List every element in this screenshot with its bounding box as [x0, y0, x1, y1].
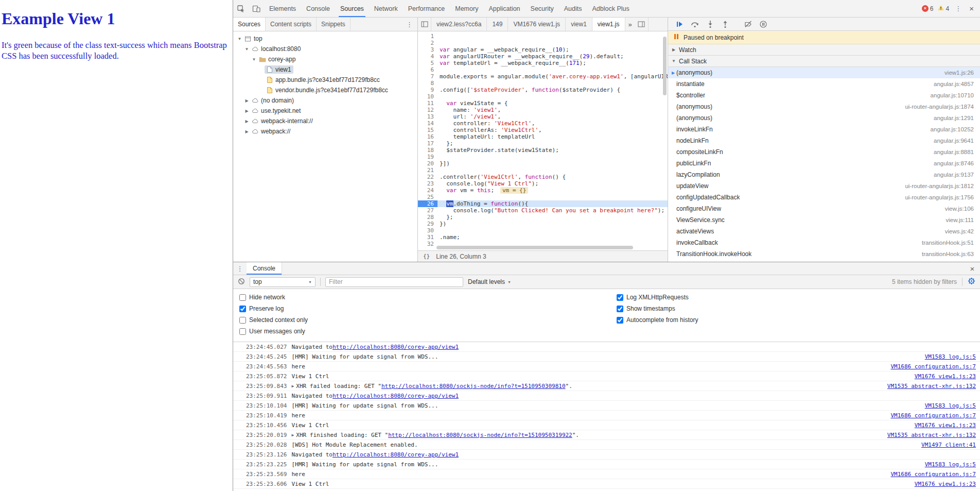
- line-number[interactable]: 26: [418, 200, 437, 207]
- frame-location[interactable]: angular.js:10252: [925, 126, 974, 132]
- line-number[interactable]: 9: [418, 87, 437, 93]
- checkbox-log-xmlhttprequests[interactable]: [617, 294, 623, 301]
- console-setting-preserve-log[interactable]: Preserve log: [239, 305, 617, 312]
- frame-location[interactable]: angular.js:9641: [929, 138, 974, 144]
- frame-location[interactable]: transitionHook.js:63: [917, 251, 974, 257]
- call-stack-frame[interactable]: publicLinkFnangular.js:8746: [668, 158, 980, 169]
- expand-arrow-icon[interactable]: ▶: [291, 433, 294, 437]
- call-stack-frame[interactable]: ▶(anonymous)view1.js:26: [668, 67, 980, 78]
- drawer-close-icon[interactable]: ×: [965, 262, 980, 275]
- checkbox-hide-network[interactable]: [239, 294, 246, 301]
- line-number[interactable]: 3: [418, 46, 437, 53]
- frame-location[interactable]: angular.js:8746: [929, 160, 974, 166]
- devtools-tab-adblock-plus[interactable]: Adblock Plus: [587, 0, 634, 17]
- chevron-right-icon[interactable]: ▶: [243, 119, 250, 124]
- code-editor[interactable]: 123var angular = __webpack_require__(10)…: [418, 31, 668, 250]
- resume-button[interactable]: [675, 20, 684, 28]
- devtools-tab-security[interactable]: Security: [526, 0, 559, 17]
- chevron-down-icon[interactable]: ▼: [236, 37, 243, 41]
- line-number[interactable]: 12: [418, 107, 437, 113]
- step-out-icon[interactable]: [721, 20, 729, 28]
- chevron-right-icon[interactable]: ▶: [243, 98, 250, 103]
- console-setting-log-xmlhttprequests[interactable]: Log XMLHttpRequests: [617, 294, 698, 301]
- tree-item-webpack-internal[interactable]: ▶webpack-internal://: [233, 116, 417, 126]
- call-stack-frame[interactable]: ViewService.syncview.js:111: [668, 214, 980, 226]
- devtools-tab-application[interactable]: Application: [483, 0, 525, 17]
- device-toolbar-icon[interactable]: [249, 0, 264, 17]
- tab-console[interactable]: Console: [247, 262, 282, 275]
- call-stack-frame[interactable]: activateViewsviews.js:42: [668, 226, 980, 237]
- frame-location[interactable]: transitionHook.js:51: [917, 240, 974, 246]
- devtools-close-icon[interactable]: ×: [967, 4, 976, 13]
- frame-location[interactable]: view.js:106: [940, 206, 974, 212]
- line-number[interactable]: 2: [418, 40, 437, 46]
- navigator-more-icon[interactable]: ⋮: [401, 18, 417, 31]
- chevron-down-icon[interactable]: ▼: [251, 57, 257, 62]
- call-stack-frame[interactable]: instantiateangular.js:4857: [668, 78, 980, 90]
- call-stack-frame[interactable]: updateViewui-router-angularjs.js:1812: [668, 180, 980, 192]
- line-number[interactable]: 10: [418, 93, 437, 100]
- line-number[interactable]: 29: [418, 221, 437, 227]
- tree-item-vendor-bundle-js-ce341ebf77d1729fb8cc[interactable]: vendor.bundle.js?ce341ebf77d1729fb8cc: [233, 85, 417, 95]
- editor-vertical-scrollbar[interactable]: [663, 37, 667, 95]
- watch-section-header[interactable]: ▶ Watch: [668, 44, 980, 56]
- console-message-link[interactable]: http://localhost:8080/sockjs-node/info?t…: [381, 383, 566, 390]
- console-source-link[interactable]: VM1535 abstract-xhr.js:132: [881, 432, 976, 438]
- editor-tab-149[interactable]: 149: [487, 18, 508, 31]
- tree-item-use-typekit-net[interactable]: ▶use.typekit.net: [233, 106, 417, 116]
- frame-location[interactable]: angular.js:10710: [925, 92, 974, 98]
- devtools-tab-audits[interactable]: Audits: [559, 0, 587, 17]
- line-number[interactable]: 30: [418, 227, 437, 234]
- devtools-menu-icon[interactable]: ⋮: [953, 5, 964, 12]
- tree-item-corey-app[interactable]: ▼corey-app: [233, 54, 417, 64]
- line-number[interactable]: 21: [418, 167, 437, 174]
- call-stack-frame[interactable]: (anonymous)ui-router-angularjs.js:1874: [668, 101, 980, 112]
- line-number[interactable]: 17: [418, 140, 437, 147]
- devtools-tab-memory[interactable]: Memory: [450, 0, 483, 17]
- line-number[interactable]: 24: [418, 187, 437, 194]
- frame-location[interactable]: angular.js:4857: [929, 81, 974, 87]
- context-selector[interactable]: top ▼: [250, 277, 316, 287]
- checkbox-show-timestamps[interactable]: [617, 306, 623, 312]
- line-number[interactable]: 22: [418, 174, 437, 180]
- devtools-tab-network[interactable]: Network: [369, 0, 403, 17]
- frame-location[interactable]: ui-router-angularjs.js:1874: [900, 104, 974, 110]
- line-number[interactable]: 28: [418, 214, 437, 221]
- call-stack-frame[interactable]: TransitionHook.invokeHooktransitionHook.…: [668, 248, 980, 260]
- pause-on-exceptions-icon[interactable]: [759, 20, 767, 28]
- drawer-menu-icon[interactable]: ⋮: [233, 262, 247, 275]
- frame-location[interactable]: views.js:42: [940, 228, 974, 234]
- console-source-link[interactable]: VM1676 view1.js:23: [908, 481, 976, 487]
- step-into-icon[interactable]: [706, 20, 714, 28]
- call-stack-frame[interactable]: invokeCallbacktransitionHook.js:51: [668, 237, 980, 248]
- deactivate-breakpoints-icon[interactable]: [744, 20, 752, 28]
- navigator-tab-content-scripts[interactable]: Content scripts: [266, 18, 317, 31]
- log-levels-dropdown[interactable]: Default levels ▼: [468, 278, 511, 285]
- frame-location[interactable]: ui-router-angularjs.js:1812: [900, 183, 974, 189]
- step-over-icon[interactable]: [690, 20, 699, 28]
- console-message-link[interactable]: http://localhost:8080/sockjs-node/info?t…: [388, 432, 572, 438]
- devtools-tab-sources[interactable]: Sources: [335, 0, 369, 17]
- call-stack-frame[interactable]: configureUIViewview.js:106: [668, 203, 980, 214]
- pretty-print-icon[interactable]: {}: [423, 253, 430, 260]
- call-stack-frame[interactable]: nodeLinkFnangular.js:9641: [668, 135, 980, 146]
- console-source-link[interactable]: VM1686 configuration.js:7: [884, 412, 976, 419]
- devtools-tab-elements[interactable]: Elements: [264, 0, 301, 17]
- checkbox-preserve-log[interactable]: [239, 306, 246, 312]
- console-source-link[interactable]: VM1583 log.js:5: [919, 461, 976, 468]
- console-setting-hide-network[interactable]: Hide network: [239, 294, 617, 301]
- line-number[interactable]: 15: [418, 127, 437, 133]
- editor-tab-vm1676-view1-js[interactable]: VM1676 view1.js: [508, 18, 566, 31]
- line-number[interactable]: 31: [418, 234, 437, 241]
- inspect-element-icon[interactable]: [233, 0, 249, 17]
- console-source-link[interactable]: VM1583 log.js:5: [919, 353, 976, 360]
- frame-location[interactable]: angular.js:8881: [929, 149, 974, 155]
- line-number[interactable]: 19: [418, 154, 437, 160]
- warning-badge[interactable]: 4: [937, 5, 950, 12]
- frame-location[interactable]: ui-router-angularjs.js:1756: [900, 194, 974, 200]
- call-stack-frame[interactable]: $controllerangular.js:10710: [668, 90, 980, 101]
- console-message-link[interactable]: http://localhost:8080/corey-app/view1: [332, 451, 459, 458]
- console-source-link[interactable]: VM1535 abstract-xhr.js:132: [881, 383, 976, 390]
- line-number[interactable]: 18: [418, 147, 437, 154]
- navigator-toggle-icon[interactable]: [418, 18, 431, 31]
